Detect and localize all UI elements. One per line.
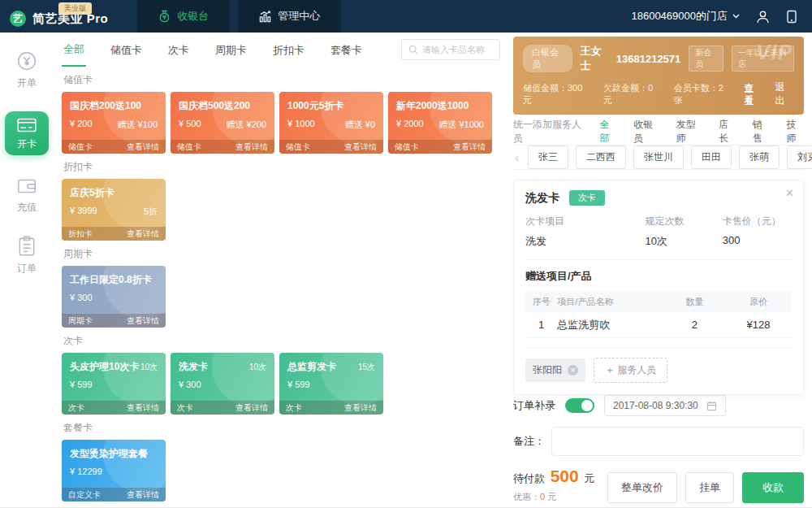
yen-circle-icon (16, 50, 37, 72)
tab-all[interactable]: 全部 (62, 33, 86, 67)
card-detail-link[interactable]: 查看详情 (127, 402, 159, 414)
detail-val-price: 300 (723, 234, 792, 249)
card-item[interactable]: 1000元5折卡 ¥ 1000赠送 ¥0 储值卡查看详情 (279, 92, 383, 154)
sidebar-item-dingdan[interactable]: 订单 (17, 236, 37, 276)
detail-val-item: 洗发 (525, 234, 646, 249)
member-view-link[interactable]: 查看 (745, 82, 762, 106)
card-detail-link[interactable]: 查看详情 (127, 228, 159, 240)
card-count-badge: 15次 (358, 362, 375, 373)
card-item[interactable]: 店庆5折卡 ¥ 39995折 折扣卡查看详情 (62, 179, 166, 241)
sidebar-item-kaika[interactable]: 开卡 (5, 111, 49, 155)
staff-chip[interactable]: 田田 (691, 145, 732, 169)
card-name: 发型烫染护理套餐 (70, 447, 148, 461)
reprice-button[interactable]: 整单改价 (607, 472, 677, 503)
card-item[interactable]: 发型烫染护理套餐 ¥ 12299 自定义卡查看详情 (62, 440, 166, 501)
card-item[interactable]: 新年2000送1000 ¥ 2000赠送 ¥1000 储值卡查看详情 (388, 92, 492, 154)
note-row: 备注： (513, 427, 804, 456)
member-logout-button[interactable]: 退出 (775, 80, 794, 108)
backfill-date-picker[interactable]: 2017-08-08 9:30:30 (604, 395, 726, 416)
search-input[interactable] (422, 45, 487, 54)
card-item[interactable]: 国庆档500送200 ¥ 500赠送 ¥200 储值卡查看详情 (171, 92, 274, 154)
detail-card-title: 洗发卡 (525, 191, 559, 206)
card-detail-link[interactable]: 查看详情 (453, 141, 486, 153)
staff-filter-cashier[interactable]: 收银员 (633, 118, 659, 145)
chevron-down-icon (732, 14, 740, 19)
card-gift: 赠送 ¥1000 (438, 119, 484, 131)
card-detail-link[interactable]: 查看详情 (344, 141, 377, 153)
card-name: 1000元5折卡 (287, 99, 343, 113)
card-search[interactable] (401, 39, 500, 60)
staff-chip[interactable]: 张萌 (739, 145, 780, 169)
staff-filter-technician[interactable]: 技师 (786, 118, 804, 145)
chart-icon (259, 11, 271, 23)
card-detail-link[interactable]: 查看详情 (127, 489, 159, 501)
order-list-icon (17, 236, 37, 257)
note-input[interactable] (551, 427, 804, 456)
member-tag-new: 新会员 (689, 46, 723, 72)
section-cards: 头皮护理10次卡10次 ¥ 599 次卡查看详情 洗发卡10次 ¥ 300 次卡… (62, 353, 500, 415)
discount-unit: 元 (545, 492, 556, 501)
card-gift: 赠送 ¥0 (345, 119, 375, 131)
staff-chip[interactable]: 刘克东 (787, 145, 812, 169)
card-price: ¥ 599 (70, 380, 93, 389)
staff-filter-stylist[interactable]: 发型师 (676, 118, 702, 145)
staff-chip[interactable]: 张三 (528, 145, 568, 169)
staff-prev-icon[interactable]: ‹ (513, 150, 520, 164)
tab-period[interactable]: 周期卡 (214, 33, 248, 66)
card-item[interactable]: 工作日限定0.8折卡 ¥ 300 周期卡查看详情 (62, 266, 166, 328)
card-gift: 赠送 ¥200 (226, 119, 266, 131)
tab-stored[interactable]: 储值卡 (109, 33, 144, 66)
gift-row-qty: 2 (664, 319, 725, 331)
staff-filter-all[interactable]: 全部 (600, 118, 618, 145)
sidebar-item-kaidan[interactable]: 开单 (16, 50, 37, 90)
card-detail-link[interactable]: 查看详情 (235, 141, 268, 153)
remove-staff-icon[interactable]: ✕ (568, 365, 578, 376)
topbar: 艺 简艺美业 Pro 美业版 收银台 管理中心 18600469000的门店 (0, 0, 812, 33)
assigned-staff-name: 张阳阳 (533, 363, 562, 377)
card-name: 洗发卡 (179, 360, 208, 374)
detail-col-price: 卡售价（元） (723, 215, 792, 228)
card-price: ¥ 200 (70, 119, 93, 131)
device-icon[interactable] (786, 10, 797, 24)
card-item[interactable]: 总监剪发卡15次 ¥ 599 次卡查看详情 (279, 353, 383, 415)
tab-package[interactable]: 套餐卡 (329, 33, 364, 66)
nav-cashier[interactable]: 收银台 (137, 0, 230, 33)
nav-admin[interactable]: 管理中心 (238, 0, 341, 33)
staff-chip[interactable]: 张世川 (633, 145, 684, 169)
member-stored-amount: 储值金额：300元 (523, 82, 590, 106)
gift-table-header: 序号 项目/产品名称 数量 原价 (525, 291, 792, 312)
card-detail-link[interactable]: 查看详情 (127, 315, 159, 327)
tab-discount[interactable]: 折扣卡 (271, 33, 306, 66)
card-item[interactable]: 洗发卡10次 ¥ 300 次卡查看详情 (171, 353, 274, 415)
checkout-button[interactable]: 收款 (742, 472, 804, 503)
logo-icon: 艺 (10, 11, 26, 27)
section-title: 周期卡 (63, 247, 500, 261)
sidebar-item-chongzhi[interactable]: 充值 (16, 176, 37, 215)
staff-chip[interactable]: 二西西 (576, 145, 626, 169)
card-detail-link[interactable]: 查看详情 (344, 402, 377, 414)
card-price: ¥ 2000 (396, 119, 424, 131)
store-switcher[interactable]: 18600469000的门店 (631, 9, 740, 24)
section-title: 折扣卡 (63, 160, 500, 174)
tab-times[interactable]: 次卡 (166, 33, 191, 66)
backfill-label: 订单补录 (513, 398, 555, 413)
add-staff-button[interactable]: ＋ 服务人员 (594, 358, 667, 383)
card-item[interactable]: 国庆档200送100 ¥ 200赠送 ¥100 储值卡查看详情 (62, 92, 166, 154)
card-detail-link[interactable]: 查看详情 (127, 141, 159, 153)
topbar-right: 18600469000的门店 (631, 9, 797, 24)
card-price: ¥ 12299 (70, 467, 102, 476)
assigned-staff-chip[interactable]: 张阳阳 ✕ (525, 358, 585, 382)
detail-val-count: 10次 (646, 234, 723, 249)
gift-row-name: 总监洗剪吹 (557, 318, 663, 332)
close-icon[interactable]: ✕ (785, 187, 794, 199)
backfill-toggle[interactable] (565, 398, 594, 413)
card-item[interactable]: 头皮护理10次卡10次 ¥ 599 次卡查看详情 (62, 353, 166, 415)
card-name: 店庆5折卡 (70, 186, 114, 200)
card-name: 国庆档500送200 (179, 99, 250, 113)
gift-col-price: 原价 (725, 296, 792, 308)
staff-filter-sales[interactable]: 销售 (753, 118, 771, 145)
hold-order-button[interactable]: 挂单 (685, 472, 734, 503)
user-icon[interactable] (756, 10, 770, 24)
card-detail-link[interactable]: 查看详情 (235, 402, 268, 414)
staff-filter-manager[interactable]: 店长 (719, 118, 736, 145)
